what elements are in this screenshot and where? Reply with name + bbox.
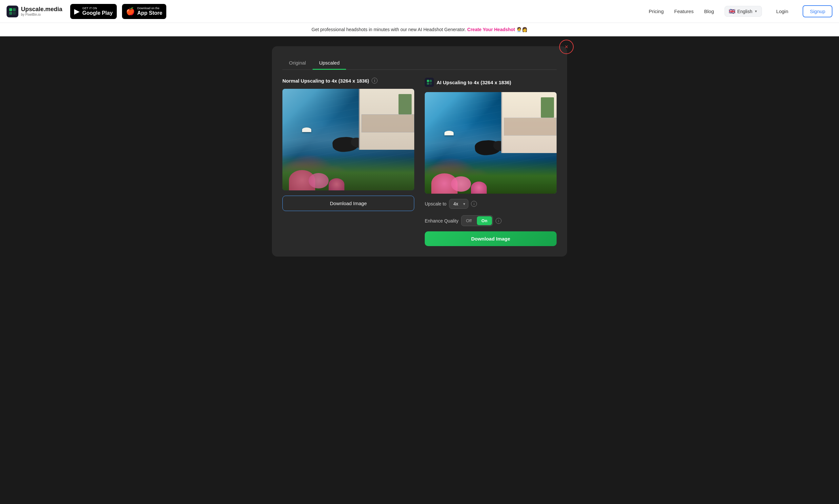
right-panel-title: AI Upscaling to 4x (3264 x 1836): [437, 79, 511, 85]
promo-emoji: 🧑‍💼👩: [516, 27, 527, 32]
svg-rect-5: [430, 80, 432, 82]
left-download-button[interactable]: Download Image: [282, 196, 414, 211]
logo-subtext: by PixelBin.io: [21, 13, 62, 16]
signup-button[interactable]: Signup: [803, 5, 833, 17]
upscale-control: Upscale to 1x 2x 4x 8x ▼ i: [425, 199, 477, 209]
upscale-info-icon[interactable]: i: [471, 201, 477, 207]
nav-link-pricing[interactable]: Pricing: [649, 8, 664, 14]
close-icon: ×: [565, 43, 569, 51]
svg-rect-3: [13, 12, 16, 15]
tab-upscaled[interactable]: Upscaled: [313, 57, 346, 70]
chevron-down-icon: ▼: [754, 10, 758, 13]
app-store-badge[interactable]: 🍎 Download on the App Store: [122, 4, 166, 19]
enhance-quality-control: Enhance Quality Off On i: [425, 215, 502, 226]
upscale-label: Upscale to: [425, 201, 447, 206]
coastal-scene-ai: [425, 92, 557, 194]
google-play-line1: GET IT ON: [82, 6, 112, 10]
toggle-on-option[interactable]: On: [477, 216, 492, 225]
navbar: Upscale.media by PixelBin.io ▶ GET IT ON…: [0, 0, 839, 23]
google-play-badge[interactable]: ▶ GET IT ON Google Play: [70, 4, 117, 19]
logo-icon: [6, 5, 18, 17]
coastal-scene-normal: [282, 89, 414, 191]
tabs: Original Upscaled: [282, 57, 557, 70]
main-content: × Original Upscaled Normal Upscaling to …: [0, 36, 839, 501]
upscale-select[interactable]: 1x 2x 4x 8x: [449, 199, 468, 209]
right-download-button[interactable]: Download Image: [425, 231, 557, 246]
nav-link-features[interactable]: Features: [674, 8, 694, 14]
promo-text: Get professional headshots in minutes wi…: [312, 27, 466, 32]
nav-link-blog[interactable]: Blog: [704, 8, 714, 14]
tab-original[interactable]: Original: [282, 57, 313, 70]
ai-logo-icon: [425, 78, 434, 87]
controls-row: Upscale to 1x 2x 4x 8x ▼ i: [425, 199, 557, 226]
promo-banner: Get professional headshots in minutes wi…: [0, 23, 839, 36]
svg-rect-4: [427, 80, 429, 82]
apple-icon: 🍎: [126, 7, 135, 16]
app-store-line2: App Store: [137, 10, 162, 16]
nav-links: Pricing Features Blog 🇬🇧 English ▼ Login…: [649, 5, 833, 17]
left-panel-title: Normal Upscaling to 4x (3264 x 1836): [282, 78, 369, 84]
toggle-off-option[interactable]: Off: [461, 216, 476, 225]
left-panel-header: Normal Upscaling to 4x (3264 x 1836) i: [282, 78, 414, 84]
enhance-quality-label: Enhance Quality: [425, 218, 458, 223]
comparison-grid: Normal Upscaling to 4x (3264 x 1836) i: [282, 78, 557, 246]
language-label: English: [737, 9, 752, 14]
left-info-icon[interactable]: i: [372, 78, 378, 84]
google-play-icon: ▶: [74, 7, 80, 16]
close-button[interactable]: ×: [559, 40, 574, 54]
svg-rect-0: [9, 8, 12, 11]
promo-link[interactable]: Create Your Headshot: [467, 27, 515, 32]
svg-rect-1: [13, 8, 16, 11]
logo[interactable]: Upscale.media by PixelBin.io: [6, 5, 62, 17]
right-panel: AI Upscaling to 4x (3264 x 1836): [425, 78, 557, 246]
flag-icon: 🇬🇧: [729, 8, 735, 14]
svg-rect-2: [9, 12, 12, 15]
login-button[interactable]: Login: [772, 6, 792, 17]
card: × Original Upscaled Normal Upscaling to …: [272, 46, 567, 257]
svg-rect-7: [430, 83, 432, 85]
right-panel-header: AI Upscaling to 4x (3264 x 1836): [425, 78, 557, 87]
right-image: [425, 92, 557, 194]
google-play-line2: Google Play: [82, 10, 112, 16]
logo-text: Upscale.media: [21, 6, 62, 13]
quality-toggle[interactable]: Off On: [461, 215, 493, 226]
language-selector[interactable]: 🇬🇧 English ▼: [724, 6, 762, 17]
svg-rect-6: [427, 83, 429, 85]
app-store-line1: Download on the: [137, 6, 162, 10]
left-panel: Normal Upscaling to 4x (3264 x 1836) i: [282, 78, 414, 246]
enhance-info-icon[interactable]: i: [495, 218, 502, 224]
left-image: [282, 89, 414, 191]
